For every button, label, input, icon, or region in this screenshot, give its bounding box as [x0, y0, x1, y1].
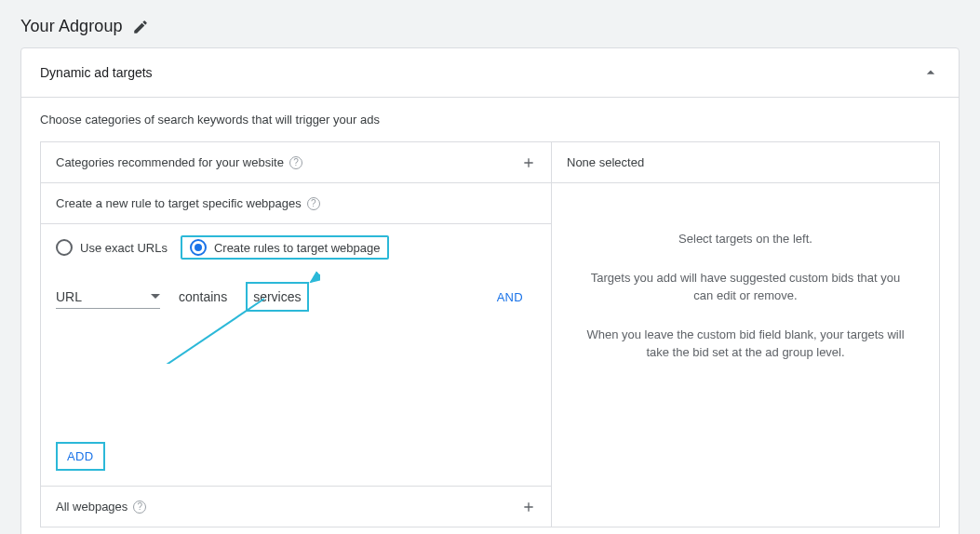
create-rule-row: Create a new rule to target specific web…	[41, 183, 551, 224]
right-line-3: When you leave the custom bid field blan…	[580, 326, 911, 362]
chevron-up-icon[interactable]	[921, 63, 940, 82]
add-button[interactable]: ADD	[56, 442, 105, 471]
radio-rules-label: Create rules to target webpage	[214, 241, 381, 255]
highlight-box: Create rules to target webpage	[181, 235, 390, 260]
field-select[interactable]: URL	[56, 286, 160, 309]
radio-icon	[56, 239, 73, 256]
edit-icon[interactable]	[132, 19, 149, 35]
plus-icon[interactable]	[521, 155, 536, 170]
categories-row[interactable]: Categories recommended for your website …	[41, 142, 551, 183]
right-header: None selected	[552, 142, 939, 183]
all-webpages-row[interactable]: All webpages ?	[41, 486, 551, 527]
left-column: Categories recommended for your website …	[41, 142, 551, 527]
radio-exact-label: Use exact URLs	[80, 241, 168, 255]
dynamic-ad-targets-card: Dynamic ad targets Choose categories of …	[20, 47, 960, 534]
operator-label: contains	[179, 289, 227, 304]
all-webpages-label: All webpages	[56, 500, 128, 514]
adgroup-title: Your Adgroup	[20, 17, 123, 36]
right-line-1: Select targets on the left.	[580, 230, 911, 248]
and-button[interactable]: AND	[497, 290, 536, 304]
card-header[interactable]: Dynamic ad targets	[21, 48, 959, 98]
right-line-2: Targets you add will have suggested cust…	[580, 269, 911, 305]
highlight-box	[246, 282, 309, 312]
none-selected-label: None selected	[567, 155, 644, 169]
page-header: Your Adgroup	[20, 17, 960, 36]
help-icon[interactable]: ?	[289, 156, 302, 169]
right-column: None selected Select targets on the left…	[551, 142, 939, 527]
help-icon[interactable]: ?	[133, 501, 146, 514]
select-value: URL	[56, 289, 82, 304]
categories-label: Categories recommended for your website	[56, 155, 284, 169]
radio-exact-urls[interactable]: Use exact URLs	[56, 239, 168, 256]
radio-icon	[190, 239, 207, 256]
plus-icon[interactable]	[521, 500, 536, 514]
intro-text: Choose categories of search keywords tha…	[40, 113, 940, 127]
right-body-text: Select targets on the left. Targets you …	[552, 183, 939, 429]
rule-value-input[interactable]	[251, 286, 303, 308]
radio-create-rules[interactable]: Create rules to target webpage	[190, 239, 381, 256]
rule-body: Use exact URLs Create rules to target we…	[41, 224, 551, 486]
create-rule-label: Create a new rule to target specific web…	[56, 196, 302, 210]
help-icon[interactable]: ?	[307, 197, 320, 210]
caret-down-icon	[151, 294, 160, 299]
targets-columns: Categories recommended for your website …	[40, 141, 940, 527]
card-title: Dynamic ad targets	[40, 65, 153, 80]
